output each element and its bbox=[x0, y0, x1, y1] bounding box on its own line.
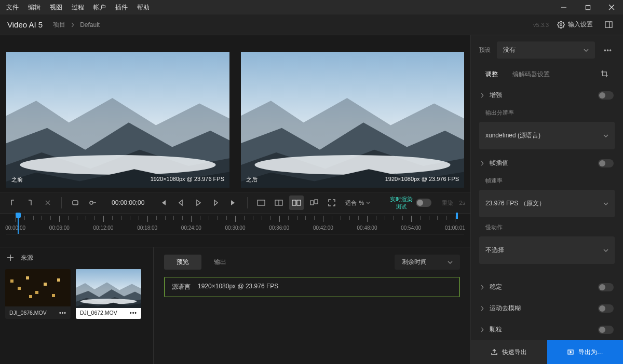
timeline-tick-label: 00:12:00 bbox=[93, 225, 114, 231]
go-start-button[interactable] bbox=[156, 195, 170, 210]
tab-codec[interactable]: 编解码器设置 bbox=[512, 70, 550, 79]
fps-select[interactable]: 23.976 FPS （原文） bbox=[479, 190, 615, 217]
section-stabilize[interactable]: 稳定 bbox=[471, 276, 623, 298]
add-source-button[interactable] bbox=[5, 253, 16, 263]
menu-file[interactable]: 文件 bbox=[6, 3, 19, 12]
queue-tab-preview[interactable]: 预览 bbox=[164, 255, 201, 270]
version-label: v5.3.3 bbox=[533, 22, 549, 28]
queue-panel: 预览 输出 剩余时间 源语言 1920×1080px @ 23.976 FPS bbox=[154, 247, 470, 364]
preview-area: 之前 1920×1080px @ 23.976 FPS 之后 1920×1080… bbox=[0, 35, 470, 192]
section-enhance[interactable]: 增强 bbox=[471, 85, 623, 106]
svg-rect-22 bbox=[73, 201, 78, 205]
reload-label: 重染 2s bbox=[442, 199, 465, 207]
chevron-right-icon bbox=[71, 22, 75, 27]
next-frame-button[interactable] bbox=[209, 195, 223, 210]
chevron-right-icon bbox=[480, 93, 484, 98]
fit-dropdown[interactable]: 适合 % bbox=[345, 199, 370, 207]
breadcrumb: 项目 Default bbox=[53, 20, 100, 29]
section-motion-deblur[interactable]: 运动去模糊 bbox=[471, 298, 623, 319]
menu-plugins[interactable]: 插件 bbox=[115, 3, 128, 12]
slowmo-label: 慢动作 bbox=[471, 220, 623, 233]
preview-before[interactable]: 之前 1920×1080px @ 23.976 FPS bbox=[6, 52, 229, 188]
enhance-toggle[interactable] bbox=[598, 91, 614, 100]
view-side-by-side-button[interactable] bbox=[289, 195, 304, 210]
go-end-button[interactable] bbox=[226, 195, 241, 210]
gear-icon bbox=[557, 21, 565, 29]
source-thumb[interactable]: DJI_0672.MOV••• bbox=[76, 269, 141, 319]
mark-out-button[interactable] bbox=[23, 195, 37, 210]
preset-more-button[interactable]: ••• bbox=[601, 44, 615, 57]
timeline-tick-label: 00:42:00 bbox=[313, 225, 333, 231]
source-menu-button[interactable]: ••• bbox=[59, 310, 66, 316]
menu-help[interactable]: 帮助 bbox=[137, 3, 150, 12]
view-single-button[interactable] bbox=[254, 195, 268, 210]
view-split-button[interactable] bbox=[272, 195, 286, 210]
section-grain[interactable]: 颗粒 bbox=[471, 319, 623, 340]
source-thumb[interactable]: DJI_0676.MOV••• bbox=[5, 269, 71, 319]
minimize-button[interactable] bbox=[557, 0, 571, 15]
menu-edit[interactable]: 编辑 bbox=[28, 3, 40, 12]
stabilize-toggle[interactable] bbox=[598, 283, 614, 291]
timeline-tick-label: 00:06:00 bbox=[49, 225, 70, 231]
timeline-tick-label: 00:36:00 bbox=[269, 225, 289, 231]
loop-button[interactable] bbox=[68, 195, 83, 210]
chevron-down-icon bbox=[603, 134, 608, 138]
chevron-down-icon bbox=[603, 202, 608, 206]
menu-account[interactable]: 帐户 bbox=[93, 3, 106, 12]
input-settings-button[interactable]: 输入设置 bbox=[557, 20, 593, 29]
panel-toggle-button[interactable] bbox=[601, 18, 616, 32]
timecode-display[interactable]: 00:00:00;00 bbox=[103, 199, 153, 206]
fullscreen-button[interactable] bbox=[324, 195, 339, 210]
maximize-button[interactable] bbox=[580, 0, 595, 15]
svg-marker-27 bbox=[214, 200, 218, 205]
export-icon bbox=[567, 348, 574, 356]
clear-marks-button[interactable] bbox=[40, 195, 55, 210]
input-settings-label: 输入设置 bbox=[568, 20, 593, 29]
source-menu-button[interactable]: ••• bbox=[130, 310, 137, 316]
queue-item[interactable]: 源语言 1920×1080px @ 23.976 FPS bbox=[164, 277, 460, 297]
menu-left: 文件 编辑 视图 过程 帐户 插件 帮助 bbox=[4, 3, 150, 12]
chevron-down-icon bbox=[584, 48, 589, 52]
sources-panel: 来源 DJI_0676.MOV••• DJI_0672.MOV••• bbox=[0, 247, 154, 364]
realtime-toggle[interactable] bbox=[416, 199, 431, 207]
close-button[interactable] bbox=[604, 0, 619, 15]
preview-after[interactable]: 之后 1920×1080px @ 23.976 FPS bbox=[241, 52, 464, 188]
prev-frame-button[interactable] bbox=[173, 195, 188, 210]
queue-item-resolution: 1920×1080px @ 23.976 FPS bbox=[198, 283, 278, 291]
play-button[interactable] bbox=[191, 195, 206, 210]
timeline-tick-label: 01:00:01 bbox=[445, 225, 465, 231]
slowmo-select[interactable]: 不选择 bbox=[479, 236, 615, 264]
mark-in-button[interactable] bbox=[5, 195, 20, 210]
svg-marker-26 bbox=[197, 200, 200, 205]
svg-point-4 bbox=[560, 24, 562, 26]
section-frame-interpolation[interactable]: 帧插值 bbox=[471, 152, 623, 174]
source-name: DJI_0676.MOV bbox=[9, 310, 47, 316]
record-button[interactable] bbox=[86, 195, 100, 210]
chevron-right-icon bbox=[480, 285, 484, 290]
preset-select[interactable]: 没有 bbox=[497, 41, 595, 59]
menu-process[interactable]: 过程 bbox=[72, 3, 84, 12]
preset-label: 预设 bbox=[479, 46, 491, 54]
export-as-button[interactable]: 导出为… bbox=[547, 340, 624, 364]
settings-panel: 预设 没有 ••• 调整 编解码器设置 增强 输出分辨率 xundefined … bbox=[470, 35, 623, 364]
player-toolbar: 00:00:00;00 适合 % 实时渲染 测试 bbox=[0, 192, 470, 214]
menu-view[interactable]: 视图 bbox=[50, 3, 62, 12]
chevron-right-icon bbox=[480, 327, 484, 332]
quick-export-button[interactable]: 快速导出 bbox=[471, 340, 547, 364]
title-bar: Video AI 5 项目 Default v5.3.3 输入设置 bbox=[0, 15, 623, 35]
deblur-toggle[interactable] bbox=[598, 304, 614, 313]
output-resolution-select[interactable]: xundefined (源语言) bbox=[479, 122, 615, 149]
compare-button[interactable] bbox=[307, 195, 321, 210]
timeline[interactable]: 00:00:0000:06:0000:12:0000:18:0000:24:00… bbox=[0, 214, 470, 247]
crop-button[interactable] bbox=[601, 70, 608, 79]
svg-rect-1 bbox=[586, 5, 590, 9]
breadcrumb-value[interactable]: Default bbox=[80, 21, 100, 29]
fps-label: 帧速率 bbox=[471, 174, 623, 187]
timeline-tick-label: 00:18:00 bbox=[137, 225, 157, 231]
queue-sort-dropdown[interactable]: 剩余时间 bbox=[395, 255, 460, 270]
grain-toggle[interactable] bbox=[598, 326, 614, 334]
queue-tab-output[interactable]: 输出 bbox=[201, 255, 239, 270]
chevron-down-icon bbox=[448, 260, 453, 264]
frame-interpolation-toggle[interactable] bbox=[598, 159, 614, 167]
tab-adjust[interactable]: 调整 bbox=[485, 70, 498, 79]
